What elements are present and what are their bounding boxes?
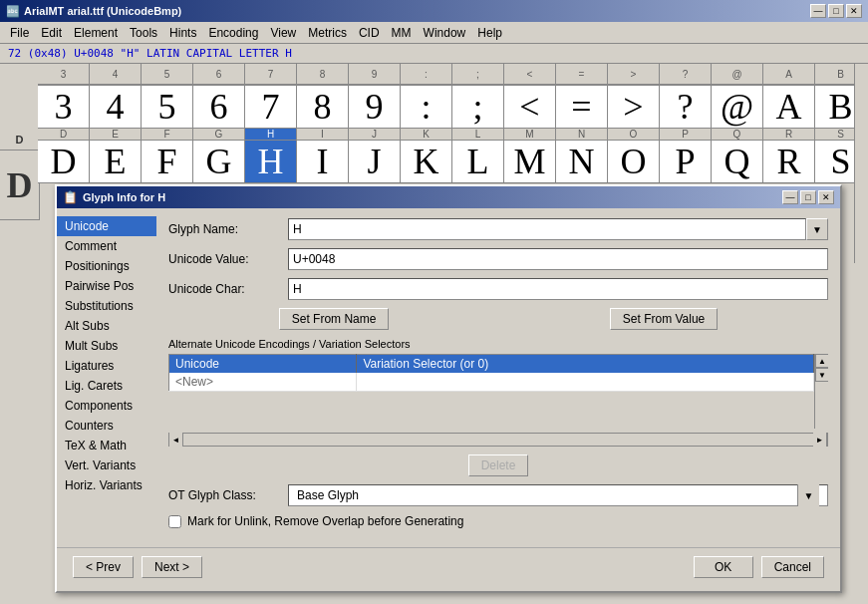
glyph-9[interactable]: 9: [349, 86, 401, 129]
checkbox-row: Mark for Unlink, Remove Overlap before G…: [168, 514, 828, 528]
menu-help[interactable]: Help: [471, 24, 508, 42]
row-labels: D D: [0, 129, 38, 220]
nav-alt-subs[interactable]: Alt Subs: [57, 316, 156, 336]
dialog-title-text: Glyph Info for H: [83, 191, 782, 203]
scrollbar-down[interactable]: ▼: [815, 368, 828, 382]
nav-substitutions[interactable]: Substitutions: [57, 296, 156, 316]
nav-horiz-variants[interactable]: Horiz. Variants: [57, 475, 156, 495]
menu-window[interactable]: Window: [418, 24, 472, 42]
table-header-variation: Variation Selector (or 0): [357, 355, 814, 374]
h-scroll-right[interactable]: ►: [813, 433, 827, 447]
glyph-O[interactable]: O: [608, 141, 660, 183]
menu-cid[interactable]: CID: [353, 24, 386, 42]
nav-pairwise-pos[interactable]: Pairwise Pos: [57, 276, 156, 296]
glyph-5[interactable]: 5: [142, 86, 193, 129]
glyph-gt[interactable]: >: [608, 86, 660, 129]
h-scrollbar[interactable]: ◄ ►: [168, 433, 828, 447]
dialog-controls: — □ ✕: [782, 190, 834, 204]
nav-vert-variants[interactable]: Vert. Variants: [57, 455, 156, 475]
nav-components[interactable]: Components: [57, 396, 156, 416]
delete-button[interactable]: Delete: [468, 454, 529, 476]
dialog-close-button[interactable]: ✕: [818, 190, 834, 204]
next-button[interactable]: Next >: [142, 556, 202, 578]
nav-comment[interactable]: Comment: [57, 236, 156, 256]
glyph-J[interactable]: J: [349, 141, 401, 183]
menu-file[interactable]: File: [4, 24, 35, 42]
menu-hints[interactable]: Hints: [163, 24, 202, 42]
glyph-7[interactable]: 7: [245, 86, 297, 129]
glyph-q[interactable]: ?: [660, 86, 712, 129]
glyph-eq[interactable]: =: [556, 86, 608, 129]
glyph-G[interactable]: G: [193, 141, 245, 183]
menu-element[interactable]: Element: [68, 24, 124, 42]
glyph-P[interactable]: P: [660, 141, 712, 183]
ot-dropdown-arrow[interactable]: ▼: [797, 484, 819, 506]
col-h-M: M: [504, 129, 556, 141]
glyph-4[interactable]: 4: [90, 86, 142, 129]
glyph-F[interactable]: F: [142, 141, 193, 183]
glyph-name-input[interactable]: [288, 218, 806, 240]
nav-counters[interactable]: Counters: [57, 416, 156, 436]
glyph-lt[interactable]: <: [504, 86, 556, 129]
glyph-3[interactable]: 3: [38, 86, 90, 129]
col-header-5: 5: [142, 64, 193, 85]
glyph-semi[interactable]: ;: [452, 86, 504, 129]
maximize-button[interactable]: □: [828, 4, 844, 18]
glyph-8[interactable]: 8: [297, 86, 349, 129]
dialog-minimize-button[interactable]: —: [782, 190, 798, 204]
glyph-K[interactable]: K: [401, 141, 452, 183]
glyph-R[interactable]: R: [763, 141, 815, 183]
table-row-new[interactable]: <New>: [169, 373, 814, 392]
col-h-D: D: [38, 129, 90, 141]
menu-metrics[interactable]: Metrics: [302, 24, 353, 42]
glyph-H[interactable]: H: [245, 141, 297, 183]
nav-positionings[interactable]: Positionings: [57, 256, 156, 276]
glyph-name-dropdown[interactable]: ▼: [806, 218, 828, 240]
glyph-D[interactable]: D: [38, 141, 90, 183]
set-from-value-button[interactable]: Set From Value: [610, 308, 718, 330]
cancel-button[interactable]: Cancel: [761, 556, 824, 578]
glyph-row-2: D E F G H I J K L M N O P Q R S T: [38, 141, 868, 183]
glyph-E[interactable]: E: [90, 141, 142, 183]
action-buttons: OK Cancel: [694, 556, 824, 578]
menu-edit[interactable]: Edit: [35, 24, 68, 42]
glyph-Q[interactable]: Q: [712, 141, 763, 183]
glyph-N[interactable]: N: [556, 141, 608, 183]
glyph-at[interactable]: @: [712, 86, 763, 129]
nav-lig-carets[interactable]: Lig. Carets: [57, 376, 156, 396]
ot-class-label: OT Glyph Class:: [168, 488, 288, 502]
unicode-char-input[interactable]: [288, 278, 828, 300]
menu-tools[interactable]: Tools: [124, 24, 163, 42]
dialog-maximize-button[interactable]: □: [800, 190, 816, 204]
glyph-I[interactable]: I: [297, 141, 349, 183]
col-header-lt: <: [504, 64, 556, 85]
main-scrollbar[interactable]: [854, 64, 868, 263]
menu-bar: File Edit Element Tools Hints Encoding V…: [0, 22, 868, 44]
glyph-L[interactable]: L: [452, 141, 504, 183]
col-header-3: 3: [38, 64, 90, 85]
nav-unicode[interactable]: Unicode: [57, 216, 156, 236]
prev-button[interactable]: < Prev: [73, 556, 134, 578]
set-from-name-button[interactable]: Set From Name: [279, 308, 390, 330]
col-h-K: K: [401, 129, 452, 141]
close-button[interactable]: ✕: [846, 4, 862, 18]
table-scrollbar[interactable]: ▲ ▼: [814, 354, 828, 429]
menu-view[interactable]: View: [264, 24, 302, 42]
minimize-button[interactable]: —: [810, 4, 826, 18]
glyph-6[interactable]: 6: [193, 86, 245, 129]
menu-mm[interactable]: MM: [386, 24, 418, 42]
menu-encoding[interactable]: Encoding: [202, 24, 264, 42]
unicode-value-input[interactable]: [288, 248, 828, 270]
glyph-M[interactable]: M: [504, 141, 556, 183]
nav-ligatures[interactable]: Ligatures: [57, 356, 156, 376]
unlink-checkbox[interactable]: [168, 515, 181, 528]
scrollbar-up[interactable]: ▲: [815, 354, 828, 368]
nav-mult-subs[interactable]: Mult Subs: [57, 336, 156, 356]
glyph-colon[interactable]: :: [401, 86, 452, 129]
ot-class-select[interactable]: Base Glyph ▼: [288, 484, 828, 506]
nav-tex-math[interactable]: TeX & Math: [57, 436, 156, 455]
col-h-I: I: [297, 129, 349, 141]
glyph-A[interactable]: A: [763, 86, 815, 129]
ok-button[interactable]: OK: [694, 556, 753, 578]
h-scroll-left[interactable]: ◄: [169, 433, 183, 447]
